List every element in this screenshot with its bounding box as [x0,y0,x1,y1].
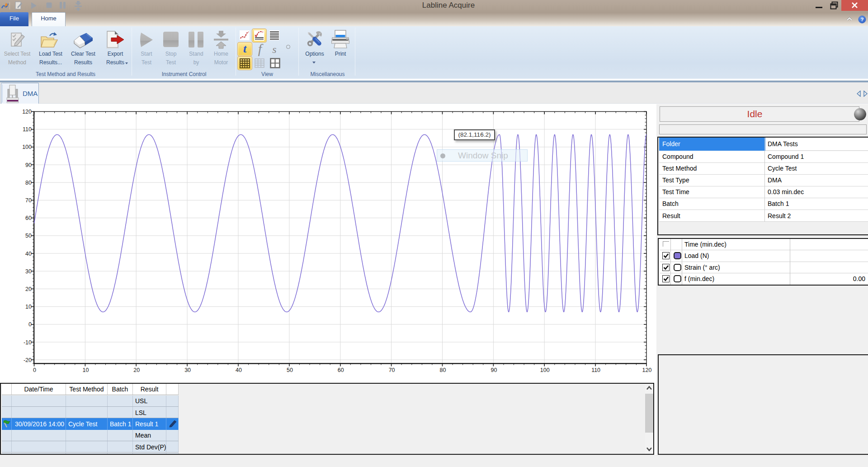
svg-text:70: 70 [389,367,395,373]
svg-text:50: 50 [287,367,293,373]
svg-text:100: 100 [22,144,32,150]
svg-text:30: 30 [25,268,32,275]
svg-text:120: 120 [22,109,32,115]
svg-text:110: 110 [23,126,32,133]
svg-text:40: 40 [236,367,242,373]
svg-text:70: 70 [25,197,32,204]
svg-text:10: 10 [25,304,32,310]
svg-text:0: 0 [28,321,32,328]
svg-text:60: 60 [338,367,344,373]
svg-text:90: 90 [491,367,497,373]
svg-text:?: ? [860,17,863,22]
svg-text:20: 20 [25,286,32,292]
svg-text:0: 0 [33,367,36,373]
svg-text:50: 50 [25,233,32,239]
svg-text:90: 90 [25,162,32,168]
svg-text:80: 80 [440,367,446,373]
svg-text:100: 100 [540,367,550,373]
svg-text:110: 110 [591,367,600,373]
svg-text:-20: -20 [24,357,32,363]
svg-text:10: 10 [82,367,89,373]
svg-text:60: 60 [25,215,32,221]
svg-text:30: 30 [184,367,191,373]
svg-text:120: 120 [642,367,652,373]
svg-text:-10: -10 [24,339,32,346]
svg-text:80: 80 [25,180,32,186]
svg-text:40: 40 [25,251,32,257]
svg-text:20: 20 [133,367,140,373]
